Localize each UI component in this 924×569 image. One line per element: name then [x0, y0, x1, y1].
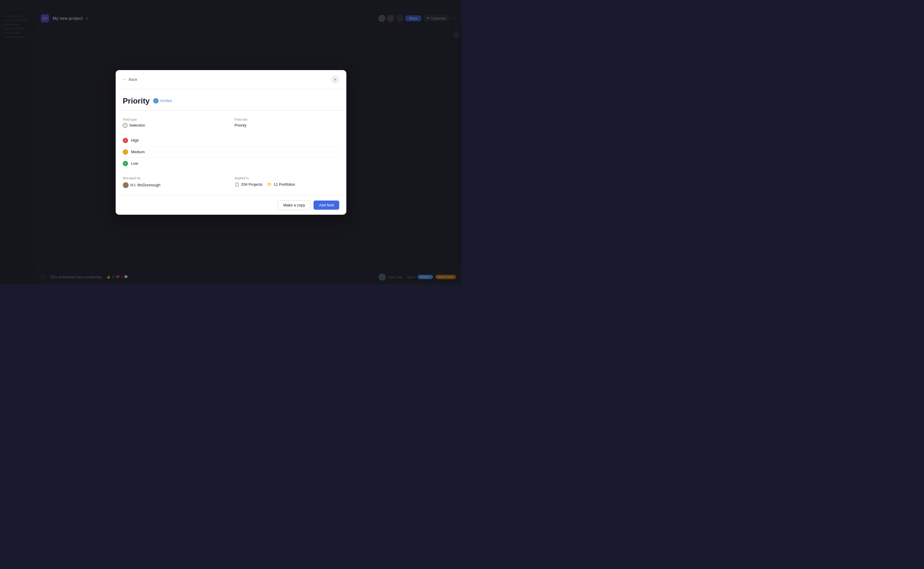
- modal-footer: Make a copy Add field: [116, 195, 346, 215]
- low-label: Low: [131, 161, 138, 166]
- selection-icon: ▾: [123, 123, 128, 128]
- verified-label: Verified: [160, 99, 172, 103]
- managed-by-section: Managed by H.I. McDunnough: [123, 176, 227, 188]
- verified-badge: ✓ Verified: [153, 98, 172, 103]
- close-button[interactable]: ×: [331, 75, 339, 84]
- modal-title-section: Priority ✓ Verified: [116, 89, 346, 111]
- field-type-value: ▾ Selection: [123, 123, 227, 128]
- manager-info: H.I. McDunnough: [123, 182, 227, 188]
- verified-icon: ✓: [153, 98, 158, 103]
- portfolios-count: 📁 11 Portfolios: [267, 182, 295, 187]
- portfolios-icon: 📁: [267, 182, 272, 187]
- field-info-grid: Field type ▾ Selection Field title Prior…: [123, 118, 339, 128]
- field-type-label: Field type: [123, 118, 227, 121]
- medium-label: Medium: [131, 150, 145, 154]
- meta-grid: Managed by H.I. McDunnough Applied in 📋 …: [123, 176, 339, 188]
- manager-avatar: [123, 182, 129, 188]
- field-type-section: Field type ▾ Selection: [123, 118, 227, 128]
- back-label: Back: [129, 77, 137, 82]
- manager-name: H.I. McDunnough: [131, 183, 160, 187]
- priority-field-modal: ← Back × Priority ✓ Verified Field type: [116, 70, 346, 215]
- low-dot: ✓: [123, 161, 128, 166]
- applied-items: 📋 204 Projects 📁 11 Portfolios: [234, 182, 339, 187]
- applied-in-section: Applied in 📋 204 Projects 📁 11 Portfolio…: [234, 176, 339, 188]
- medium-dot: ✓: [123, 149, 128, 155]
- option-medium: ✓ Medium: [123, 146, 339, 158]
- back-button[interactable]: ← Back: [123, 77, 137, 82]
- options-list: ✓ High ✓ Medium ✓ Low: [123, 135, 339, 169]
- field-title-section: Field title Priority: [234, 118, 339, 128]
- projects-icon: 📋: [234, 182, 239, 187]
- modal-body: Field type ▾ Selection Field title Prior…: [116, 111, 346, 195]
- projects-count: 📋 204 Projects: [234, 182, 262, 187]
- high-dot: ✓: [123, 138, 128, 143]
- option-high: ✓ High: [123, 135, 339, 146]
- field-title-label: Field title: [234, 118, 339, 121]
- option-low: ✓ Low: [123, 158, 339, 169]
- field-title: Priority: [123, 96, 150, 106]
- managed-by-label: Managed by: [123, 176, 227, 180]
- add-field-button[interactable]: Add field: [314, 201, 339, 210]
- applied-in-label: Applied in: [234, 176, 339, 180]
- close-icon: ×: [334, 77, 336, 82]
- back-arrow-icon: ←: [123, 77, 127, 82]
- make-copy-button[interactable]: Make a copy: [278, 200, 311, 210]
- modal-overlay: ← Back × Priority ✓ Verified Field type: [0, 0, 462, 284]
- high-label: High: [131, 138, 139, 143]
- field-title-value: Priority: [234, 123, 339, 128]
- modal-header: ← Back ×: [116, 70, 346, 89]
